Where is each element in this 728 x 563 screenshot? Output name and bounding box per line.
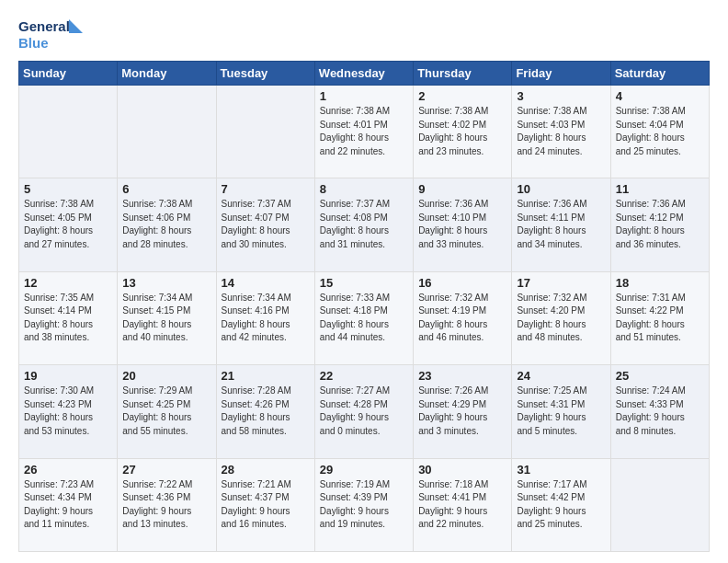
- day-number: 20: [122, 369, 210, 383]
- calendar-week-5: 26Sunrise: 7:23 AM Sunset: 4:34 PM Dayli…: [19, 458, 710, 551]
- calendar-cell: 12Sunrise: 7:35 AM Sunset: 4:14 PM Dayli…: [19, 271, 118, 364]
- day-number: 10: [517, 182, 605, 196]
- calendar-cell: 22Sunrise: 7:27 AM Sunset: 4:28 PM Dayli…: [314, 365, 413, 458]
- day-info: Sunrise: 7:33 AM Sunset: 4:18 PM Dayligh…: [320, 292, 408, 345]
- day-info: Sunrise: 7:30 AM Sunset: 4:23 PM Dayligh…: [24, 385, 112, 438]
- calendar-cell: [19, 86, 118, 178]
- calendar-cell: 14Sunrise: 7:34 AM Sunset: 4:16 PM Dayli…: [216, 271, 314, 364]
- day-number: 26: [24, 463, 112, 477]
- day-number: 12: [24, 276, 112, 290]
- calendar-cell: 31Sunrise: 7:17 AM Sunset: 4:42 PM Dayli…: [512, 458, 610, 551]
- calendar-week-1: 1Sunrise: 7:38 AM Sunset: 4:01 PM Daylig…: [19, 86, 710, 178]
- day-number: 29: [320, 463, 408, 477]
- calendar-cell: 4Sunrise: 7:38 AM Sunset: 4:04 PM Daylig…: [610, 86, 709, 178]
- day-number: 3: [517, 89, 605, 103]
- day-info: Sunrise: 7:28 AM Sunset: 4:26 PM Dayligh…: [222, 385, 310, 438]
- calendar-cell: 20Sunrise: 7:29 AM Sunset: 4:25 PM Dayli…: [118, 365, 216, 458]
- day-info: Sunrise: 7:22 AM Sunset: 4:36 PM Dayligh…: [122, 478, 210, 532]
- calendar-cell: 25Sunrise: 7:24 AM Sunset: 4:33 PM Dayli…: [610, 365, 709, 458]
- calendar-cell: 16Sunrise: 7:32 AM Sunset: 4:19 PM Dayli…: [414, 271, 512, 364]
- day-info: Sunrise: 7:18 AM Sunset: 4:41 PM Dayligh…: [418, 478, 506, 532]
- calendar-week-3: 12Sunrise: 7:35 AM Sunset: 4:14 PM Dayli…: [19, 271, 710, 364]
- day-number: 8: [320, 182, 408, 196]
- day-info: Sunrise: 7:17 AM Sunset: 4:42 PM Dayligh…: [517, 478, 605, 532]
- day-info: Sunrise: 7:38 AM Sunset: 4:06 PM Dayligh…: [122, 198, 210, 251]
- day-number: 18: [616, 276, 704, 290]
- calendar-week-2: 5Sunrise: 7:38 AM Sunset: 4:05 PM Daylig…: [19, 178, 710, 271]
- day-number: 19: [24, 369, 112, 383]
- day-number: 15: [320, 276, 408, 290]
- header: GeneralBlue: [18, 15, 710, 52]
- day-info: Sunrise: 7:35 AM Sunset: 4:14 PM Dayligh…: [24, 292, 112, 345]
- day-info: Sunrise: 7:38 AM Sunset: 4:04 PM Dayligh…: [616, 105, 704, 158]
- day-header-monday: Monday: [118, 62, 216, 86]
- calendar-cell: 2Sunrise: 7:38 AM Sunset: 4:02 PM Daylig…: [414, 86, 512, 178]
- day-number: 9: [418, 182, 506, 196]
- day-number: 6: [122, 182, 210, 196]
- day-header-friday: Friday: [512, 62, 610, 86]
- day-info: Sunrise: 7:37 AM Sunset: 4:08 PM Dayligh…: [320, 198, 408, 251]
- day-header-wednesday: Wednesday: [314, 62, 413, 86]
- svg-text:Blue: Blue: [18, 35, 49, 51]
- day-number: 22: [320, 369, 408, 383]
- day-info: Sunrise: 7:36 AM Sunset: 4:12 PM Dayligh…: [616, 198, 704, 251]
- calendar-cell: 18Sunrise: 7:31 AM Sunset: 4:22 PM Dayli…: [610, 271, 709, 364]
- calendar-cell: 13Sunrise: 7:34 AM Sunset: 4:15 PM Dayli…: [118, 271, 216, 364]
- calendar-header-row: SundayMondayTuesdayWednesdayThursdayFrid…: [19, 62, 710, 86]
- calendar-cell: 21Sunrise: 7:28 AM Sunset: 4:26 PM Dayli…: [216, 365, 314, 458]
- calendar-cell: [610, 458, 709, 551]
- day-number: 27: [122, 463, 210, 477]
- day-number: 11: [616, 182, 704, 196]
- calendar-cell: 17Sunrise: 7:32 AM Sunset: 4:20 PM Dayli…: [512, 271, 610, 364]
- calendar-cell: 24Sunrise: 7:25 AM Sunset: 4:31 PM Dayli…: [512, 365, 610, 458]
- day-number: 25: [616, 369, 704, 383]
- day-info: Sunrise: 7:31 AM Sunset: 4:22 PM Dayligh…: [616, 292, 704, 345]
- day-header-thursday: Thursday: [414, 62, 512, 86]
- day-header-tuesday: Tuesday: [216, 62, 314, 86]
- calendar-cell: [118, 86, 216, 178]
- calendar-table: SundayMondayTuesdayWednesdayThursdayFrid…: [18, 61, 710, 552]
- day-info: Sunrise: 7:19 AM Sunset: 4:39 PM Dayligh…: [320, 478, 408, 532]
- calendar-cell: 5Sunrise: 7:38 AM Sunset: 4:05 PM Daylig…: [19, 178, 118, 271]
- calendar-cell: 11Sunrise: 7:36 AM Sunset: 4:12 PM Dayli…: [610, 178, 709, 271]
- day-number: 2: [418, 89, 506, 103]
- day-info: Sunrise: 7:32 AM Sunset: 4:19 PM Dayligh…: [418, 292, 506, 345]
- day-info: Sunrise: 7:38 AM Sunset: 4:02 PM Dayligh…: [418, 105, 506, 158]
- calendar-cell: [216, 86, 314, 178]
- calendar-cell: 9Sunrise: 7:36 AM Sunset: 4:10 PM Daylig…: [414, 178, 512, 271]
- day-number: 16: [418, 276, 506, 290]
- day-info: Sunrise: 7:34 AM Sunset: 4:16 PM Dayligh…: [222, 292, 310, 345]
- day-number: 1: [320, 89, 408, 103]
- calendar-cell: 8Sunrise: 7:37 AM Sunset: 4:08 PM Daylig…: [314, 178, 413, 271]
- day-info: Sunrise: 7:27 AM Sunset: 4:28 PM Dayligh…: [320, 385, 408, 438]
- day-number: 7: [222, 182, 310, 196]
- day-info: Sunrise: 7:21 AM Sunset: 4:37 PM Dayligh…: [222, 478, 310, 532]
- calendar-cell: 15Sunrise: 7:33 AM Sunset: 4:18 PM Dayli…: [314, 271, 413, 364]
- calendar-cell: 1Sunrise: 7:38 AM Sunset: 4:01 PM Daylig…: [314, 86, 413, 178]
- day-number: 4: [616, 89, 704, 103]
- calendar-cell: 26Sunrise: 7:23 AM Sunset: 4:34 PM Dayli…: [19, 458, 118, 551]
- day-number: 5: [24, 182, 112, 196]
- day-number: 30: [418, 463, 506, 477]
- day-info: Sunrise: 7:37 AM Sunset: 4:07 PM Dayligh…: [222, 198, 310, 251]
- day-header-sunday: Sunday: [19, 62, 118, 86]
- day-header-saturday: Saturday: [610, 62, 709, 86]
- logo: GeneralBlue: [18, 15, 85, 52]
- svg-marker-2: [69, 19, 83, 33]
- calendar-cell: 7Sunrise: 7:37 AM Sunset: 4:07 PM Daylig…: [216, 178, 314, 271]
- day-info: Sunrise: 7:36 AM Sunset: 4:10 PM Dayligh…: [418, 198, 506, 251]
- logo-icon: GeneralBlue: [18, 15, 85, 52]
- day-number: 14: [222, 276, 310, 290]
- calendar-cell: 27Sunrise: 7:22 AM Sunset: 4:36 PM Dayli…: [118, 458, 216, 551]
- day-number: 24: [517, 369, 605, 383]
- day-info: Sunrise: 7:29 AM Sunset: 4:25 PM Dayligh…: [122, 385, 210, 438]
- day-info: Sunrise: 7:38 AM Sunset: 4:03 PM Dayligh…: [517, 105, 605, 158]
- day-info: Sunrise: 7:26 AM Sunset: 4:29 PM Dayligh…: [418, 385, 506, 438]
- day-info: Sunrise: 7:23 AM Sunset: 4:34 PM Dayligh…: [24, 478, 112, 532]
- day-number: 31: [517, 463, 605, 477]
- day-info: Sunrise: 7:32 AM Sunset: 4:20 PM Dayligh…: [517, 292, 605, 345]
- calendar-cell: 3Sunrise: 7:38 AM Sunset: 4:03 PM Daylig…: [512, 86, 610, 178]
- calendar-cell: 30Sunrise: 7:18 AM Sunset: 4:41 PM Dayli…: [414, 458, 512, 551]
- calendar-week-4: 19Sunrise: 7:30 AM Sunset: 4:23 PM Dayli…: [19, 365, 710, 458]
- page: GeneralBlue SundayMondayTuesdayWednesday…: [0, 0, 728, 563]
